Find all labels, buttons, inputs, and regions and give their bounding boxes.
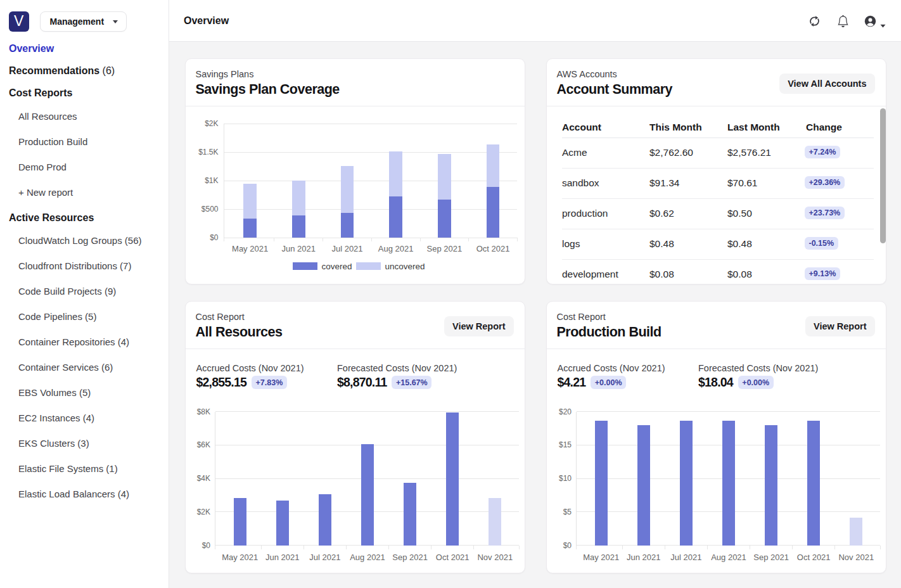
svg-text:$6K: $6K xyxy=(196,440,210,449)
svg-text:May 2021: May 2021 xyxy=(583,553,619,562)
svg-text:May 2021: May 2021 xyxy=(232,244,268,253)
svg-text:Aug 2021: Aug 2021 xyxy=(378,244,413,253)
svg-text:$0: $0 xyxy=(201,541,210,550)
svg-text:$500: $500 xyxy=(201,205,218,214)
svg-text:Jun 2021: Jun 2021 xyxy=(265,553,300,562)
svg-text:Jul 2021: Jul 2021 xyxy=(331,244,362,253)
svg-text:$5: $5 xyxy=(563,508,572,516)
svg-text:uncovered: uncovered xyxy=(385,262,425,271)
svg-text:$1.5K: $1.5K xyxy=(198,148,218,157)
svg-text:Nov 2021: Nov 2021 xyxy=(838,553,874,562)
svg-text:Sep 2021: Sep 2021 xyxy=(753,553,789,562)
svg-text:$4K: $4K xyxy=(196,474,210,483)
svg-text:Aug 2021: Aug 2021 xyxy=(350,553,385,562)
svg-text:$0: $0 xyxy=(563,541,572,550)
svg-text:$0: $0 xyxy=(210,233,219,242)
svg-text:Jun 2021: Jun 2021 xyxy=(281,244,316,253)
svg-text:covered: covered xyxy=(321,262,352,271)
svg-text:Jul 2021: Jul 2021 xyxy=(309,553,340,562)
svg-text:$20: $20 xyxy=(558,407,571,416)
svg-text:May 2021: May 2021 xyxy=(222,553,258,562)
svg-text:Aug 2021: Aug 2021 xyxy=(711,553,746,562)
svg-text:Nov 2021: Nov 2021 xyxy=(477,553,513,562)
svg-text:$2K: $2K xyxy=(196,508,210,516)
svg-text:Oct 2021: Oct 2021 xyxy=(476,244,509,253)
svg-text:Oct 2021: Oct 2021 xyxy=(796,553,830,562)
svg-text:$10: $10 xyxy=(558,474,571,483)
svg-text:Sep 2021: Sep 2021 xyxy=(426,244,462,253)
svg-text:Jul 2021: Jul 2021 xyxy=(670,553,701,562)
svg-text:$1K: $1K xyxy=(205,176,218,185)
svg-text:$2K: $2K xyxy=(205,119,218,128)
svg-text:Oct 2021: Oct 2021 xyxy=(435,553,469,562)
svg-text:Jun 2021: Jun 2021 xyxy=(627,553,661,562)
svg-text:$8K: $8K xyxy=(196,407,210,416)
svg-text:$15: $15 xyxy=(558,440,571,449)
svg-text:Sep 2021: Sep 2021 xyxy=(392,553,428,562)
